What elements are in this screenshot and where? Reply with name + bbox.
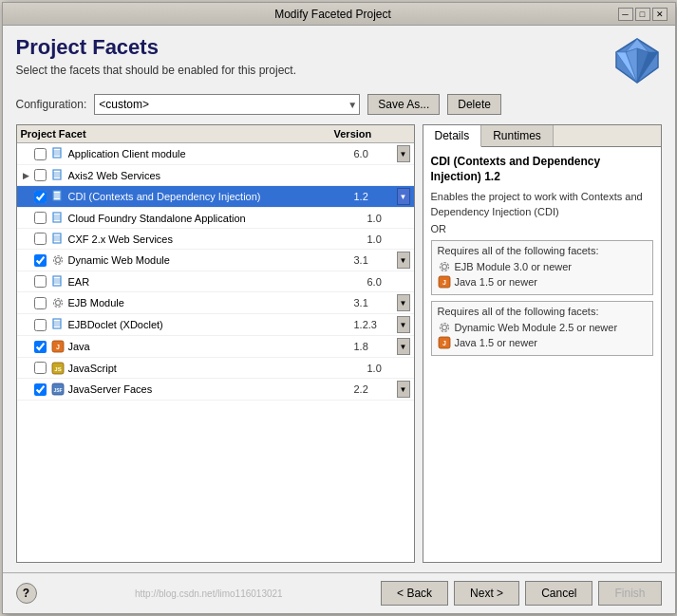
- finish-button[interactable]: Finish: [598, 581, 661, 606]
- facet-row[interactable]: Cloud Foundry Standalone Application1.0: [17, 208, 414, 229]
- page-subtitle: Select the facets that should be enabled…: [16, 64, 612, 77]
- facet-checkbox[interactable]: [34, 319, 47, 331]
- facet-row[interactable]: EJBDoclet (XDoclet)1.2.3▼: [17, 314, 414, 336]
- version-dropdown-button[interactable]: ▼: [397, 381, 410, 398]
- version-dropdown-button[interactable]: ▼: [397, 316, 410, 333]
- config-select[interactable]: <custom>: [94, 94, 360, 115]
- page-icon: [50, 189, 66, 204]
- facet-version: 1.0: [367, 233, 410, 245]
- facet-name: CXF 2.x Web Services: [68, 233, 367, 245]
- facet-checkbox[interactable]: [34, 148, 47, 160]
- bottom-right: < Back Next > Cancel Finish: [381, 581, 661, 606]
- facet-row[interactable]: EAR6.0: [17, 271, 414, 292]
- facet-version: 1.2.3: [354, 319, 397, 330]
- facet-name: Dynamic Web Module: [68, 254, 354, 266]
- page-icon: [50, 317, 66, 332]
- next-button[interactable]: Next >: [454, 581, 519, 606]
- page-icon: [50, 211, 66, 226]
- version-dropdown-button[interactable]: ▼: [397, 188, 410, 205]
- facet-version: 3.1: [354, 297, 397, 308]
- facet-row[interactable]: JSFJavaServer Faces2.2▼: [17, 379, 414, 401]
- requires-item-text: Java 1.5 or newer: [455, 276, 537, 288]
- help-button[interactable]: ?: [16, 583, 37, 604]
- facet-name: Application Client module: [68, 148, 354, 159]
- facet-checkbox[interactable]: [34, 233, 47, 245]
- svg-point-32: [55, 301, 60, 306]
- java-icon: J: [50, 339, 66, 354]
- facet-checkbox[interactable]: [34, 341, 47, 353]
- facet-checkbox[interactable]: [34, 275, 47, 288]
- window-controls: ─ □ ✕: [618, 8, 668, 21]
- facet-row[interactable]: JSJavaScript1.0: [17, 358, 414, 379]
- version-dropdown-button[interactable]: ▼: [397, 338, 410, 355]
- bottom-left: ?: [16, 583, 37, 604]
- java-icon: J: [438, 336, 451, 349]
- version-dropdown-button[interactable]: ▼: [397, 252, 410, 269]
- details-content: CDI (Contexts and Dependency Injection) …: [423, 147, 661, 562]
- watermark: http://blog.csdn.net/limo116013021: [135, 588, 283, 599]
- requires-item: JJava 1.5 or newer: [438, 336, 647, 349]
- facet-version: 6.0: [367, 276, 410, 288]
- facet-row[interactable]: Dynamic Web Module3.1▼: [17, 250, 414, 271]
- facet-version: 1.8: [354, 341, 397, 352]
- facet-checkbox[interactable]: [34, 297, 47, 309]
- minimize-button[interactable]: ─: [618, 8, 633, 21]
- save-as-button[interactable]: Save As...: [367, 94, 440, 115]
- facet-name: EJBDoclet (XDoclet): [68, 319, 354, 330]
- page-icon: [50, 146, 66, 161]
- facet-checkbox[interactable]: [34, 191, 47, 203]
- maximize-button[interactable]: □: [635, 8, 650, 21]
- config-label: Configuration:: [16, 98, 87, 111]
- facet-row[interactable]: ▶Axis2 Web Services: [17, 165, 414, 186]
- requires-group: Requires all of the following facets:EJB…: [431, 240, 653, 295]
- bottom-bar: ? http://blog.csdn.net/limo116013021 < B…: [3, 572, 675, 613]
- facet-row[interactable]: JJava1.8▼: [17, 336, 414, 358]
- requires-title: Requires all of the following facets:: [438, 245, 647, 256]
- svg-text:J: J: [442, 340, 446, 346]
- window-title: Modify Faceted Project: [48, 8, 618, 21]
- config-row: Configuration: <custom> ▼ Save As... Del…: [16, 94, 662, 115]
- page-icon: [50, 168, 66, 183]
- table-header: Project Facet Version: [17, 125, 414, 143]
- expand-button[interactable]: ▶: [21, 170, 32, 181]
- facet-checkbox[interactable]: [34, 169, 47, 181]
- back-button[interactable]: < Back: [381, 581, 448, 606]
- requires-item-text: EJB Module 3.0 or newer: [455, 261, 573, 272]
- facet-checkbox[interactable]: [34, 254, 47, 267]
- version-dropdown-button[interactable]: ▼: [397, 294, 410, 311]
- svg-point-44: [442, 264, 446, 269]
- facet-row[interactable]: Application Client module6.0▼: [17, 143, 414, 165]
- facet-list[interactable]: Application Client module6.0▼▶Axis2 Web …: [17, 143, 414, 562]
- cancel-button[interactable]: Cancel: [525, 581, 592, 606]
- svg-point-26: [55, 258, 60, 263]
- facet-row[interactable]: CDI (Contexts and Dependency Injection)1…: [17, 186, 414, 208]
- version-dropdown-button[interactable]: ▼: [397, 145, 410, 162]
- delete-button[interactable]: Delete: [447, 94, 501, 115]
- facet-version: 6.0: [354, 148, 397, 159]
- facet-version: 1.2: [354, 191, 397, 202]
- col-version-header: Version: [334, 128, 410, 140]
- facet-name: CDI (Contexts and Dependency Injection): [68, 191, 354, 202]
- facet-name: EAR: [68, 276, 367, 288]
- main-window: Modify Faceted Project ─ □ ✕ Project Fac…: [2, 2, 676, 614]
- requires-item: JJava 1.5 or newer: [438, 275, 647, 289]
- tab-runtimes[interactable]: Runtimes: [481, 125, 554, 146]
- svg-text:J: J: [56, 344, 60, 350]
- requires-title: Requires all of the following facets:: [438, 306, 647, 317]
- facet-row[interactable]: CXF 2.x Web Services1.0: [17, 229, 414, 250]
- facet-row[interactable]: EJB Module3.1▼: [17, 292, 414, 314]
- java-icon: J: [438, 275, 451, 289]
- svg-point-49: [440, 323, 448, 331]
- requires-item-text: Java 1.5 or newer: [455, 337, 537, 348]
- facet-name: Java: [68, 341, 354, 352]
- facet-checkbox[interactable]: [34, 362, 47, 374]
- requires-item: EJB Module 3.0 or newer: [438, 260, 647, 273]
- config-select-wrapper: <custom> ▼: [94, 94, 360, 115]
- facet-list-panel: Project Facet Version Application Client…: [16, 124, 415, 563]
- facet-checkbox[interactable]: [34, 383, 47, 396]
- tab-details[interactable]: Details: [423, 125, 482, 147]
- svg-text:J: J: [442, 279, 446, 286]
- details-panel: Details Runtimes CDI (Contexts and Depen…: [423, 124, 662, 563]
- facet-checkbox[interactable]: [34, 212, 47, 224]
- close-button[interactable]: ✕: [652, 8, 668, 21]
